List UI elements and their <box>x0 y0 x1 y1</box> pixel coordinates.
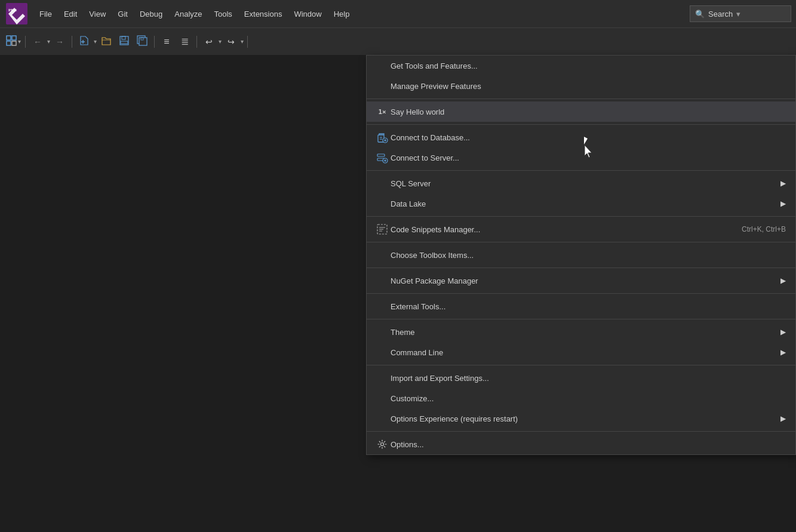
back-button[interactable]: ← <box>29 33 46 50</box>
svg-rect-3 <box>12 36 16 40</box>
menu-item-nuget[interactable]: NuGet Package Manager ▶ <box>367 270 795 291</box>
nuget-label: NuGet Package Manager <box>391 276 780 285</box>
save-all-icon <box>137 35 147 48</box>
toolbar-sep-1 <box>25 36 26 48</box>
menu-item-import-export[interactable]: Import and Export Settings... <box>367 368 795 388</box>
external-tools-label: External Tools... <box>391 302 786 311</box>
save-button[interactable] <box>116 33 133 50</box>
search-label: Search <box>708 10 733 19</box>
menu-item-manage-preview[interactable]: Manage Preview Features <box>367 76 795 96</box>
menu-item-customize[interactable]: Customize... <box>367 388 795 408</box>
vs-logo: PRE <box>5 2 29 26</box>
menu-item-external-tools[interactable]: External Tools... <box>367 296 795 316</box>
get-tools-label: Get Tools and Features... <box>391 61 786 70</box>
open-file-button[interactable] <box>98 33 115 50</box>
manage-preview-label: Manage Preview Features <box>391 82 786 91</box>
forward-button[interactable]: → <box>51 33 68 50</box>
code-snippets-shortcut: Ctrl+K, Ctrl+B <box>742 225 786 233</box>
menu-item-sql-server[interactable]: SQL Server ▶ <box>367 173 795 193</box>
menu-items-container: File Edit View Git Debug Analyze Tools E… <box>33 0 690 27</box>
menu-item-options[interactable]: Options... <box>367 434 795 454</box>
connect-db-label: Connect to Database... <box>391 133 786 142</box>
menu-view[interactable]: View <box>83 0 112 27</box>
options-label: Options... <box>391 440 786 449</box>
separator-8 <box>367 319 795 319</box>
back-icon: ← <box>33 37 42 47</box>
tools-dropdown-menu: Get Tools and Features... Manage Preview… <box>366 55 796 455</box>
redo-dropdown-icon[interactable]: ▾ <box>241 38 244 45</box>
menu-git[interactable]: Git <box>112 0 134 27</box>
svg-rect-12 <box>139 38 147 45</box>
menu-debug[interactable]: Debug <box>134 0 168 27</box>
separator-4 <box>367 216 795 217</box>
menu-item-connect-server[interactable]: Connect to Server... <box>367 147 795 168</box>
search-dropdown-icon: ▾ <box>736 10 740 19</box>
back-dropdown-icon[interactable]: ▾ <box>47 38 50 45</box>
connect-server-icon <box>374 152 391 164</box>
say-hello-icon: 1× <box>374 108 391 116</box>
menu-extensions[interactable]: Extensions <box>238 0 288 27</box>
search-area[interactable]: 🔍 Search ▾ <box>690 5 791 22</box>
menu-item-code-snippets[interactable]: Code Snippets Manager... Ctrl+K, Ctrl+B <box>367 219 795 239</box>
separator-9 <box>367 365 795 365</box>
separator-10 <box>367 431 795 432</box>
search-icon: 🔍 <box>695 10 705 19</box>
menu-item-data-lake[interactable]: Data Lake ▶ <box>367 193 795 214</box>
save-icon <box>119 35 130 48</box>
sql-server-arrow-icon: ▶ <box>780 179 786 187</box>
menu-analyze[interactable]: Analyze <box>168 0 208 27</box>
nuget-arrow-icon: ▶ <box>780 276 786 285</box>
svg-rect-2 <box>7 36 11 40</box>
svg-rect-9 <box>122 36 125 39</box>
sql-server-label: SQL Server <box>391 179 780 188</box>
new-project-button[interactable]: ▾ <box>5 33 21 50</box>
theme-label: Theme <box>391 328 780 337</box>
align-left-button[interactable]: ≡ <box>158 33 175 50</box>
toolbar-sep-2 <box>72 36 72 48</box>
data-lake-label: Data Lake <box>391 199 780 208</box>
options-experience-arrow-icon: ▶ <box>780 414 786 423</box>
menu-tools[interactable]: Tools <box>208 0 238 27</box>
toolbar-sep-4 <box>196 36 197 48</box>
new-project-arrow: ▾ <box>18 38 21 45</box>
menu-item-connect-db[interactable]: Connect to Database... <box>367 127 795 147</box>
new-item-dropdown-icon[interactable]: ▾ <box>94 38 97 45</box>
undo-icon: ↩ <box>205 37 213 47</box>
code-snippets-icon <box>374 223 391 235</box>
menu-item-choose-toolbox[interactable]: Choose Toolbox Items... <box>367 245 795 265</box>
svg-point-29 <box>381 443 384 446</box>
align-right-button[interactable]: ≣ <box>176 33 193 50</box>
svg-rect-10 <box>121 41 128 44</box>
separator-7 <box>367 293 795 294</box>
command-line-arrow-icon: ▶ <box>780 348 786 356</box>
svg-rect-20 <box>377 154 385 156</box>
import-export-label: Import and Export Settings... <box>391 374 786 383</box>
menu-edit[interactable]: Edit <box>58 0 83 27</box>
separator-1 <box>367 99 795 99</box>
save-all-button[interactable] <box>134 33 150 50</box>
menu-help[interactable]: Help <box>328 0 356 27</box>
connect-db-icon <box>374 131 391 143</box>
customize-label: Customize... <box>391 394 786 403</box>
separator-5 <box>367 242 795 242</box>
theme-arrow-icon: ▶ <box>780 328 786 336</box>
menu-item-options-experience[interactable]: Options Experience (requires restart) ▶ <box>367 408 795 429</box>
menu-item-get-tools[interactable]: Get Tools and Features... <box>367 56 795 76</box>
separator-2 <box>367 124 795 125</box>
menu-item-command-line[interactable]: Command Line ▶ <box>367 342 795 362</box>
undo-button[interactable]: ↩ <box>201 33 217 50</box>
undo-dropdown-icon[interactable]: ▾ <box>219 38 222 45</box>
say-hello-label: Say Hello world <box>391 107 786 116</box>
menu-item-say-hello[interactable]: 1× Say Hello world <box>367 102 795 122</box>
menu-window[interactable]: Window <box>288 0 327 27</box>
redo-button[interactable]: ↪ <box>223 33 239 50</box>
new-item-button[interactable] <box>76 33 93 50</box>
main-area: Get Tools and Features... Manage Preview… <box>0 55 796 532</box>
options-gear-icon <box>374 439 391 450</box>
code-snippets-label: Code Snippets Manager... <box>391 225 718 234</box>
menu-item-theme[interactable]: Theme ▶ <box>367 322 795 342</box>
menu-file[interactable]: File <box>33 0 58 27</box>
forward-icon: → <box>56 37 64 47</box>
align-right-icon: ≣ <box>181 36 189 47</box>
choose-toolbox-label: Choose Toolbox Items... <box>391 251 786 260</box>
